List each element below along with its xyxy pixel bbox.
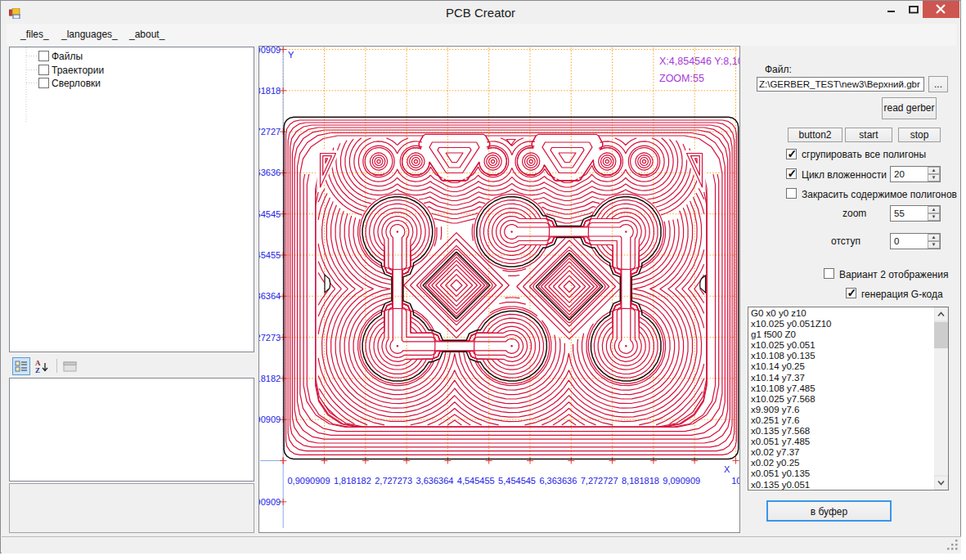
svg-text:X: X [724, 464, 730, 474]
svg-text:8,181818: 8,181818 [622, 476, 659, 486]
svg-text:0,9090909: 0,9090909 [259, 414, 281, 424]
svg-text:1,818182: 1,818182 [259, 374, 281, 383]
svg-text:2,727273: 2,727273 [259, 333, 281, 343]
svg-text:Y: Y [288, 50, 294, 60]
svg-text:6,363636: 6,363636 [259, 168, 281, 177]
svg-text:7,272727: 7,272727 [259, 127, 281, 137]
svg-text:7,272727: 7,272727 [581, 476, 618, 486]
svg-text:10: 10 [731, 476, 739, 486]
svg-text:3,636364: 3,636364 [259, 291, 281, 301]
svg-text:5,454545: 5,454545 [498, 476, 536, 486]
svg-text:8,181818: 8,181818 [259, 86, 281, 96]
svg-text:4,545455: 4,545455 [259, 250, 281, 260]
svg-text:6,363636: 6,363636 [539, 476, 577, 486]
svg-text:5,454545: 5,454545 [259, 209, 281, 219]
svg-text:9,090909: 9,090909 [663, 476, 700, 486]
svg-text:X:4,854546 Y:8,109091: X:4,854546 Y:8,109091 [659, 56, 739, 67]
svg-text:9,090909: 9,090909 [259, 47, 281, 55]
svg-text:4,545455: 4,545455 [457, 476, 495, 486]
svg-text:3,636364: 3,636364 [416, 476, 454, 486]
svg-text:1,818182: 1,818182 [334, 476, 371, 486]
svg-text:-0,9090909: -0,9090909 [259, 497, 281, 507]
svg-text:ZOOM:55: ZOOM:55 [659, 73, 704, 84]
svg-text:2,727273: 2,727273 [375, 476, 412, 486]
svg-text:Z: Z [35, 366, 40, 374]
svg-text:0,9090909: 0,9090909 [288, 476, 330, 486]
